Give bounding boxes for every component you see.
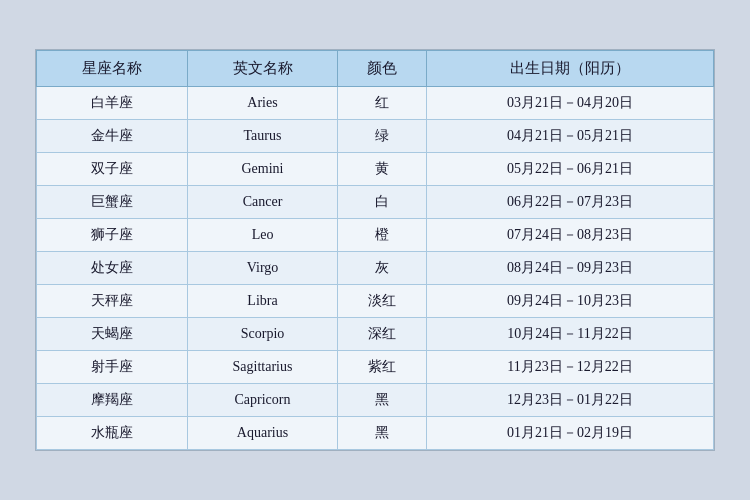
table-cell-1-0: 金牛座	[37, 120, 188, 153]
table-cell-9-3: 12月23日－01月22日	[427, 384, 714, 417]
zodiac-table-container: 星座名称英文名称颜色出生日期（阳历） 白羊座Aries红03月21日－04月20…	[35, 49, 715, 451]
table-cell-5-2: 灰	[338, 252, 427, 285]
table-cell-3-0: 巨蟹座	[37, 186, 188, 219]
table-row: 白羊座Aries红03月21日－04月20日	[37, 87, 714, 120]
table-row: 天蝎座Scorpio深红10月24日－11月22日	[37, 318, 714, 351]
table-row: 狮子座Leo橙07月24日－08月23日	[37, 219, 714, 252]
table-cell-2-0: 双子座	[37, 153, 188, 186]
table-cell-8-2: 紫红	[338, 351, 427, 384]
table-row: 金牛座Taurus绿04月21日－05月21日	[37, 120, 714, 153]
table-cell-2-3: 05月22日－06月21日	[427, 153, 714, 186]
table-cell-10-0: 水瓶座	[37, 417, 188, 450]
table-cell-2-2: 黄	[338, 153, 427, 186]
table-cell-0-2: 红	[338, 87, 427, 120]
table-row: 射手座Sagittarius紫红11月23日－12月22日	[37, 351, 714, 384]
table-header-3: 出生日期（阳历）	[427, 51, 714, 87]
table-cell-6-0: 天秤座	[37, 285, 188, 318]
table-cell-8-3: 11月23日－12月22日	[427, 351, 714, 384]
table-header-2: 颜色	[338, 51, 427, 87]
table-cell-1-1: Taurus	[187, 120, 338, 153]
table-cell-5-0: 处女座	[37, 252, 188, 285]
table-cell-7-2: 深红	[338, 318, 427, 351]
table-cell-4-0: 狮子座	[37, 219, 188, 252]
table-row: 双子座Gemini黄05月22日－06月21日	[37, 153, 714, 186]
table-cell-1-2: 绿	[338, 120, 427, 153]
table-cell-6-2: 淡红	[338, 285, 427, 318]
table-cell-4-1: Leo	[187, 219, 338, 252]
table-cell-0-0: 白羊座	[37, 87, 188, 120]
table-cell-0-1: Aries	[187, 87, 338, 120]
table-cell-7-1: Scorpio	[187, 318, 338, 351]
table-cell-6-3: 09月24日－10月23日	[427, 285, 714, 318]
table-body: 白羊座Aries红03月21日－04月20日金牛座Taurus绿04月21日－0…	[37, 87, 714, 450]
table-cell-6-1: Libra	[187, 285, 338, 318]
table-cell-9-1: Capricorn	[187, 384, 338, 417]
table-cell-3-2: 白	[338, 186, 427, 219]
table-cell-1-3: 04月21日－05月21日	[427, 120, 714, 153]
table-cell-4-3: 07月24日－08月23日	[427, 219, 714, 252]
table-cell-10-3: 01月21日－02月19日	[427, 417, 714, 450]
table-header-0: 星座名称	[37, 51, 188, 87]
table-header-row: 星座名称英文名称颜色出生日期（阳历）	[37, 51, 714, 87]
table-cell-10-2: 黑	[338, 417, 427, 450]
table-cell-9-2: 黑	[338, 384, 427, 417]
table-row: 摩羯座Capricorn黑12月23日－01月22日	[37, 384, 714, 417]
table-cell-3-1: Cancer	[187, 186, 338, 219]
table-row: 水瓶座Aquarius黑01月21日－02月19日	[37, 417, 714, 450]
table-cell-9-0: 摩羯座	[37, 384, 188, 417]
table-cell-3-3: 06月22日－07月23日	[427, 186, 714, 219]
table-row: 处女座Virgo灰08月24日－09月23日	[37, 252, 714, 285]
table-cell-0-3: 03月21日－04月20日	[427, 87, 714, 120]
table-cell-5-1: Virgo	[187, 252, 338, 285]
table-header-1: 英文名称	[187, 51, 338, 87]
table-cell-10-1: Aquarius	[187, 417, 338, 450]
table-cell-7-0: 天蝎座	[37, 318, 188, 351]
table-cell-4-2: 橙	[338, 219, 427, 252]
zodiac-table: 星座名称英文名称颜色出生日期（阳历） 白羊座Aries红03月21日－04月20…	[36, 50, 714, 450]
table-cell-8-1: Sagittarius	[187, 351, 338, 384]
table-row: 天秤座Libra淡红09月24日－10月23日	[37, 285, 714, 318]
table-cell-5-3: 08月24日－09月23日	[427, 252, 714, 285]
table-cell-2-1: Gemini	[187, 153, 338, 186]
table-row: 巨蟹座Cancer白06月22日－07月23日	[37, 186, 714, 219]
table-cell-7-3: 10月24日－11月22日	[427, 318, 714, 351]
table-cell-8-0: 射手座	[37, 351, 188, 384]
